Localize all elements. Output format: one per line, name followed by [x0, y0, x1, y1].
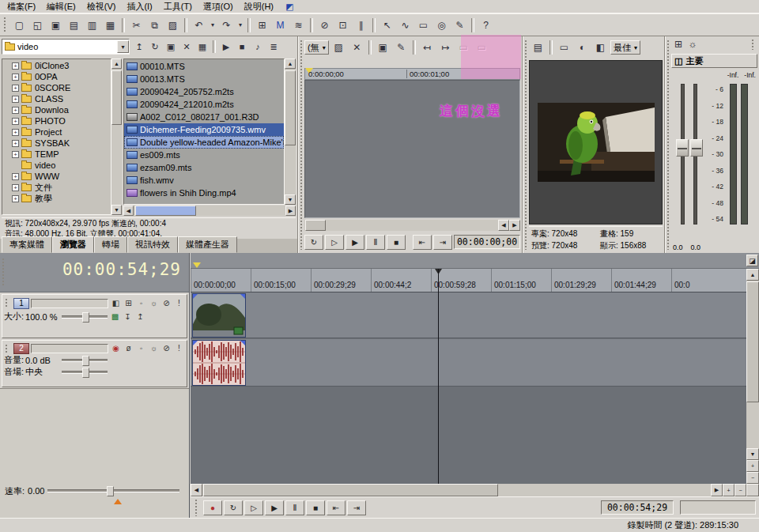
- scroll-left-icon[interactable]: ◀: [498, 220, 509, 231]
- quantize-to-frames-button[interactable]: ⊡: [334, 17, 352, 34]
- split-button[interactable]: ∥: [352, 17, 370, 34]
- timeline-marker-icon[interactable]: [193, 262, 201, 268]
- expand-icon[interactable]: [12, 85, 19, 92]
- dock-tab[interactable]: 專案媒體: [2, 236, 52, 253]
- slider-thumb[interactable]: [107, 486, 114, 496]
- scroll-up-icon[interactable]: ▲: [746, 269, 759, 281]
- 20090424_205752.m2ts[interactable]: 20090424_205752.m2ts: [124, 85, 284, 98]
- views-button[interactable]: ≣: [266, 39, 281, 55]
- track-grip[interactable]: [5, 344, 9, 353]
- auto-preview-button[interactable]: ♪: [250, 39, 266, 55]
- expand-icon[interactable]: [12, 195, 19, 202]
- track-motion-icon[interactable]: ⊞: [123, 298, 134, 309]
- transport-time-display[interactable]: 00:00:54;29: [601, 500, 674, 515]
- tree-item-folder[interactable]: TEMP: [2, 149, 111, 160]
- 00013.MTS[interactable]: 00013.MTS: [124, 73, 284, 85]
- scroll-thumb[interactable]: [305, 220, 326, 231]
- Double yellow-headed Amazon-Mike's singi[interactable]: Double yellow-headed Amazon-Mike's singi: [124, 136, 284, 149]
- undo-dropdown-arrow[interactable]: ▾: [208, 17, 217, 34]
- trimmer-add-effect-button[interactable]: ▨: [330, 39, 348, 56]
- tree-item-folder[interactable]: CLASS: [2, 93, 111, 104]
- tree-item-folder[interactable]: 教學: [2, 193, 111, 204]
- expand-icon[interactable]: [12, 151, 19, 158]
- paint-tool-button[interactable]: ✎: [451, 17, 469, 34]
- scroll-down-icon[interactable]: ▼: [285, 194, 296, 205]
- zoom-out-track-height-icon[interactable]: −: [746, 472, 759, 484]
- fish.wmv[interactable]: fish.wmv: [124, 174, 284, 187]
- bus-icon[interactable]: ◦: [135, 298, 147, 309]
- current-time-display[interactable]: 00:00:54;29: [62, 260, 181, 279]
- trimmer-pause-button[interactable]: Ⅱ: [366, 235, 385, 250]
- go-to-end-button[interactable]: ⇥: [347, 500, 366, 515]
- 00010.MTS[interactable]: 00010.MTS: [124, 60, 284, 73]
- paste-button[interactable]: ▨: [164, 17, 182, 34]
- Dichemer-Feeding2009735.wmv[interactable]: Dichemer-Feeding2009735.wmv: [124, 123, 284, 136]
- video-track-lane[interactable]: [191, 292, 746, 338]
- trimmer-loop-button[interactable]: ↻: [304, 235, 323, 250]
- A002_C012_080217_001.R3D[interactable]: A002_C012_080217_001.R3D: [124, 111, 284, 123]
- loop-playback-button[interactable]: ↻: [224, 500, 243, 515]
- video-preview-screen[interactable]: [529, 60, 663, 224]
- open-button[interactable]: ◱: [28, 17, 47, 34]
- mixer-properties-button[interactable]: ☼: [685, 36, 700, 53]
- split-screen-view-button[interactable]: ◧: [591, 39, 610, 56]
- track-name-field[interactable]: [31, 344, 108, 353]
- rate-slider[interactable]: [47, 489, 179, 492]
- make-compositing-parent-icon[interactable]: ↥: [134, 311, 146, 323]
- bus-icon[interactable]: ◦: [135, 343, 147, 354]
- tree-item-folder[interactable]: Project: [2, 126, 111, 138]
- expand-icon[interactable]: [12, 118, 19, 125]
- trimmer-save-button[interactable]: ▣: [374, 39, 392, 56]
- mute-icon[interactable]: ⊘: [160, 343, 172, 354]
- properties-button[interactable]: ▤: [65, 17, 83, 34]
- whats-this-help-button[interactable]: ?: [477, 17, 495, 34]
- undo-button[interactable]: ↶: [190, 17, 208, 34]
- expand-icon[interactable]: [12, 140, 19, 147]
- scroll-down-icon[interactable]: ▼: [111, 205, 122, 215]
- go-to-start-button[interactable]: ⇤: [327, 500, 346, 515]
- menu-item[interactable]: 檢視(V): [81, 0, 122, 13]
- dock-tab[interactable]: 瀏覽器: [52, 236, 94, 253]
- menu-item[interactable]: 檔案(F): [2, 0, 41, 13]
- scroll-up-icon[interactable]: ▲: [285, 58, 296, 69]
- tree-item-folder[interactable]: 文件: [2, 182, 111, 193]
- trimmer-remove-effect-button[interactable]: ✕: [348, 39, 366, 56]
- zoom-in-time-icon[interactable]: +: [723, 484, 734, 496]
- pane-button[interactable]: ◪: [746, 255, 758, 266]
- tree-item-folder[interactable]: PHOTO: [2, 115, 111, 126]
- menu-item[interactable]: 編輯(E): [41, 0, 81, 13]
- record-button[interactable]: ●: [203, 500, 222, 515]
- project-video-properties-button[interactable]: ▤: [529, 39, 547, 56]
- timeline-tracks[interactable]: [191, 292, 746, 484]
- menu-item[interactable]: 說明(H): [239, 0, 279, 13]
- cut-button[interactable]: ✂: [127, 17, 145, 34]
- redo-dropdown-arrow[interactable]: ▾: [236, 17, 245, 34]
- arm-for-record-icon[interactable]: ◉: [110, 343, 122, 354]
- trimmer-play-from-start-button[interactable]: ▷: [325, 235, 344, 250]
- scroll-thumb[interactable]: [285, 70, 296, 145]
- trimmer-play-button[interactable]: ▶: [346, 235, 364, 250]
- solo-icon[interactable]: !: [173, 343, 185, 354]
- make-compositing-child-icon[interactable]: ↧: [122, 311, 134, 323]
- preview-quality-select[interactable]: 最佳 ▾: [610, 40, 640, 55]
- chevron-down-icon[interactable]: ▾: [634, 44, 637, 51]
- refresh-button[interactable]: ↻: [147, 39, 163, 55]
- menu-item[interactable]: 選項(O): [198, 0, 239, 13]
- tree-item-folder[interactable]: Downloa: [2, 104, 111, 115]
- audio-clip[interactable]: [192, 340, 246, 386]
- track-fx-icon[interactable]: ▩: [109, 311, 121, 323]
- tree-item-folder[interactable]: 0SCORE: [2, 82, 111, 93]
- automation-icon[interactable]: ☼: [148, 298, 160, 309]
- expand-icon[interactable]: [12, 74, 19, 81]
- video-overlays-button[interactable]: ◐: [573, 39, 591, 56]
- trimmer-stop-button[interactable]: ■: [387, 235, 406, 250]
- menu-item[interactable]: 插入(I): [121, 0, 157, 13]
- timeline-ruler[interactable]: 00:00:00;0000:00:15;0000:00:29;2900:00:4…: [191, 269, 746, 292]
- flowers in Shih Ding.mp4[interactable]: flowers in Shih Ding.mp4: [124, 187, 284, 199]
- scroll-left-icon[interactable]: ◀: [123, 206, 134, 216]
- save-button[interactable]: ▣: [47, 17, 65, 34]
- scroll-thumb[interactable]: [203, 484, 498, 496]
- transport-grip[interactable]: [194, 499, 198, 516]
- zoom-out-time-icon[interactable]: −: [734, 484, 746, 496]
- dock-tab[interactable]: 媒體產生器: [178, 236, 237, 253]
